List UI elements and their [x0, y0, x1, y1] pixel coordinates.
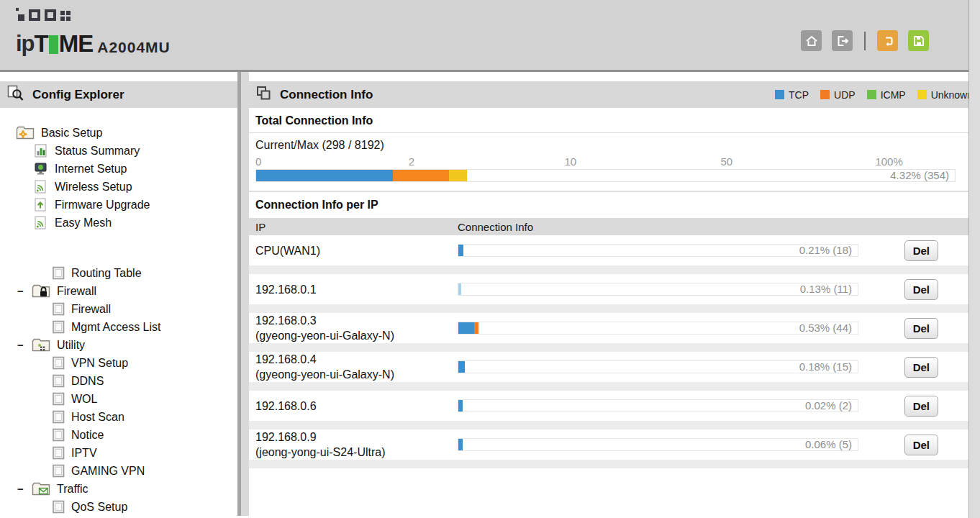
chart-icon	[34, 144, 48, 158]
pixel-square-icon	[16, 8, 24, 21]
sidebar-item-vpn-setup[interactable]: VPN Setup	[0, 354, 237, 372]
sidebar-item-host-scan[interactable]: Host Scan	[0, 408, 237, 426]
row-bar-value: 0.13% (11)	[800, 283, 852, 295]
legend-swatch	[917, 90, 927, 99]
model-name: A2004MU	[97, 39, 171, 56]
pane-gutter	[241, 72, 249, 516]
delete-button[interactable]: Del	[904, 240, 938, 261]
legend-swatch	[775, 90, 784, 99]
sidebar-item-label: IPTV	[71, 447, 97, 460]
row-ip: CPU(WAN1)	[255, 243, 458, 258]
sidebar-item-qos-setup[interactable]: QoS Setup	[0, 498, 237, 516]
logout-icon[interactable]	[832, 30, 853, 51]
legend-item-udp: UDP	[820, 89, 856, 101]
sidebar-item-internet-setup[interactable]: Internet Setup	[0, 160, 237, 178]
top-header: ipTME A2004MU	[0, 0, 980, 72]
sidebar-item-iptv[interactable]: IPTV	[0, 444, 237, 462]
sidebar-item-label: Mgmt Access List	[71, 321, 160, 334]
sidebar-item-label: Status Summary	[55, 145, 140, 158]
home-icon[interactable]	[801, 30, 822, 51]
square-icon	[53, 266, 65, 280]
square-icon	[53, 500, 65, 514]
collapse-icon[interactable]: −	[17, 339, 32, 351]
delete-button[interactable]: Del	[904, 435, 938, 455]
square-icon	[53, 428, 65, 442]
row-bar-cell: 0.18% (15)	[458, 360, 858, 373]
sidebar-item-utility[interactable]: −Utility	[0, 336, 237, 354]
sidebar-item-label: Traffic	[57, 483, 89, 496]
sidebar-item-notice[interactable]: Notice	[0, 426, 237, 444]
sidebar-item-firewall[interactable]: Firewall	[0, 300, 237, 318]
pixel-glyphs	[16, 6, 71, 21]
delete-button[interactable]: Del	[904, 357, 938, 378]
scale-tick-label: 50	[720, 155, 732, 168]
scale-tick-label: 0	[255, 155, 261, 168]
row-ip: 192.168.0.6	[255, 399, 458, 414]
config-explorer-icon	[7, 85, 24, 104]
scale-axis: 021050100%	[255, 155, 956, 169]
sidebar-item-mgmt-access-list[interactable]: Mgmt Access List	[0, 318, 237, 336]
firmware-icon	[34, 198, 48, 212]
row-hostname: (gyeong-yeon-ui-Galaxy-N)	[255, 367, 458, 382]
sidebar-item-gaming-vpn[interactable]: GAMING VPN	[0, 462, 237, 480]
connection-bar: 0.53% (44)	[458, 322, 858, 335]
table-row: 192.168.0.4(gyeong-yeon-ui-Galaxy-N)0.18…	[249, 352, 980, 391]
row-del-cell: Del	[858, 240, 980, 261]
square-icon	[53, 356, 65, 370]
total-bar-segment	[256, 170, 393, 181]
square-icon	[53, 302, 65, 316]
sidebar-item-label: Firmware Upgrade	[55, 199, 150, 212]
row-bar-cell: 0.21% (18)	[458, 244, 858, 257]
square-icon	[53, 410, 65, 424]
row-ip-cell: 192.168.0.6	[249, 399, 458, 414]
row-ip-cell: CPU(WAN1)	[249, 243, 458, 258]
total-bar-segment	[393, 170, 449, 181]
square-icon	[53, 320, 65, 334]
sidebar-item-label: VPN Setup	[71, 357, 128, 370]
delete-button[interactable]: Del	[904, 279, 938, 300]
row-bar-value: 0.18% (15)	[799, 361, 852, 373]
logo-ip-text: ip	[16, 31, 35, 57]
row-ip-cell: 192.168.0.1	[249, 282, 458, 297]
sidebar-item-basic-setup[interactable]: Basic Setup	[0, 124, 237, 142]
square-icon	[53, 392, 65, 406]
toolbar-divider	[864, 32, 866, 50]
row-del-cell: Del	[858, 318, 980, 339]
page-title: Connection Info	[280, 88, 373, 102]
square-icon	[53, 446, 65, 460]
row-ip: 192.168.0.9	[255, 430, 458, 445]
legend-swatch	[867, 90, 876, 99]
sidebar-item-status-summary[interactable]: Status Summary	[0, 142, 237, 160]
sidebar-item-ddns[interactable]: DDNS	[0, 372, 237, 390]
sidebar-item-label: Internet Setup	[55, 163, 127, 176]
sidebar-item-traffic[interactable]: −Traffic	[0, 480, 237, 498]
sidebar-item-firewall[interactable]: −Firewall	[0, 282, 237, 300]
folder-lock-icon	[32, 284, 50, 298]
sidebar-item-wireless-setup[interactable]: Wireless Setup	[0, 178, 237, 196]
wifi-icon	[34, 180, 48, 194]
pixel-outline-square-icon	[29, 9, 40, 21]
save-icon[interactable]	[908, 30, 929, 51]
pixel-grid-icon	[60, 11, 71, 21]
connection-bar-segment	[458, 283, 461, 295]
delete-button[interactable]: Del	[904, 318, 938, 339]
wifi-icon	[34, 216, 48, 230]
sidebar-item-firmware-upgrade[interactable]: Firmware Upgrade	[0, 196, 237, 214]
row-ip-cell: 192.168.0.4(gyeong-yeon-ui-Galaxy-N)	[249, 352, 458, 382]
connection-bar-segment	[458, 322, 474, 334]
sidebar-item-label: Wireless Setup	[55, 181, 132, 194]
sidebar-item-wol[interactable]: WOL	[0, 390, 237, 408]
row-del-cell: Del	[858, 357, 980, 378]
sidebar-item-routing-table[interactable]: Routing Table	[0, 264, 237, 282]
collapse-icon[interactable]: −	[17, 483, 32, 495]
reload-icon[interactable]	[877, 30, 898, 51]
delete-button[interactable]: Del	[904, 396, 938, 417]
sidebar-item-easy-mesh[interactable]: Easy Mesh	[0, 214, 237, 232]
connection-bar-segment	[458, 400, 463, 412]
sidebar-item-label: Host Scan	[71, 411, 124, 424]
collapse-icon[interactable]: −	[17, 285, 32, 297]
window-scrollbar[interactable]	[968, 0, 980, 518]
content-area: Config Explorer Basic SetupStatus Summar…	[0, 72, 980, 516]
row-bar-value: 0.21% (18)	[799, 245, 852, 256]
sidebar-header: Config Explorer	[0, 81, 237, 108]
